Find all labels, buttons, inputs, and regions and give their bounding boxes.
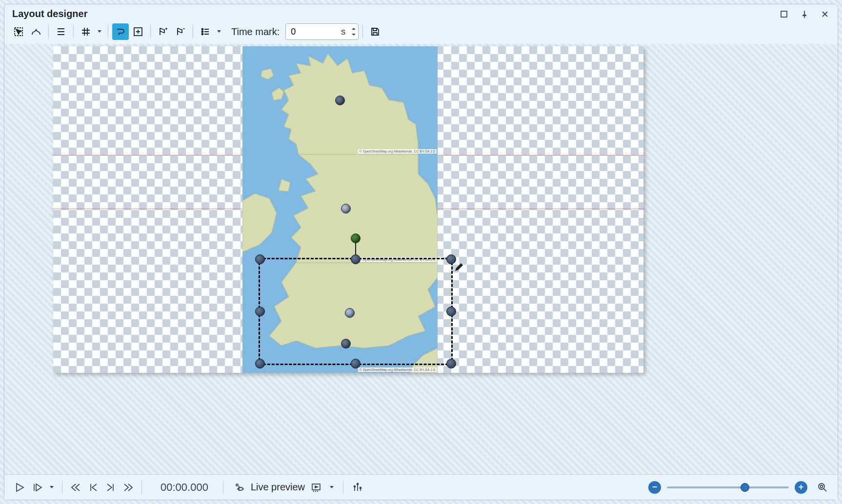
chevron-down-icon	[97, 29, 102, 35]
separator	[343, 481, 343, 494]
preview-toggle[interactable]	[232, 480, 247, 495]
grid-dropdown[interactable]	[95, 29, 104, 35]
canvas[interactable]: © OpenStreetMap.org Mitwirkende, CC BY-S…	[53, 46, 643, 373]
time-mark-spin-up[interactable]	[350, 26, 357, 32]
select-tool[interactable]	[10, 23, 27, 40]
pin-button[interactable]	[800, 9, 809, 19]
selection-rect[interactable]	[259, 258, 453, 365]
keyframe-add-tool[interactable]	[155, 23, 171, 40]
anchor-point-active[interactable]	[351, 233, 361, 243]
zoom-fit-button[interactable]	[815, 480, 830, 495]
grid-tool[interactable]	[78, 23, 94, 40]
step-fwd-icon	[105, 482, 116, 493]
map-tile[interactable]: © OpenStreetMap.org Mitwirkende, CC BY-S…	[242, 155, 438, 263]
close-icon	[821, 10, 829, 19]
edit-handle[interactable]	[454, 262, 464, 272]
list-dropdown[interactable]	[215, 29, 223, 35]
fast-fwd-button[interactable]	[121, 480, 136, 495]
time-mark-label: Time mark:	[231, 26, 280, 38]
window: Layout designer	[4, 4, 838, 500]
resize-handle-s[interactable]	[351, 359, 361, 368]
separator	[193, 25, 193, 39]
svg-point-15	[821, 485, 823, 487]
rewind-icon	[70, 482, 81, 493]
align-tool[interactable]	[53, 23, 69, 40]
anchor-point[interactable]	[341, 204, 351, 213]
preview-window-button[interactable]	[309, 480, 323, 495]
play-from-button[interactable]	[30, 480, 44, 495]
step-back-icon	[88, 482, 99, 493]
path-tool[interactable]	[112, 23, 129, 40]
separator	[362, 25, 363, 39]
keyframe-add-icon	[158, 26, 168, 37]
separator	[141, 481, 142, 494]
time-mark-unit: s	[341, 27, 348, 37]
playback-bar: 00:00.000 Live preview −	[4, 474, 838, 500]
maximize-button[interactable]	[779, 9, 789, 19]
list-tool[interactable]	[197, 23, 214, 40]
curve-icon	[31, 26, 41, 37]
svg-rect-0	[781, 11, 787, 17]
separator	[48, 25, 49, 39]
resize-handle-se[interactable]	[446, 359, 456, 368]
separator	[223, 481, 223, 494]
pencil-icon	[437, 49, 438, 59]
curve-tool[interactable]	[28, 23, 44, 40]
close-button[interactable]	[820, 9, 830, 19]
playback-time: 00:00.000	[160, 481, 208, 494]
zoom-out-button[interactable]: −	[648, 481, 661, 494]
chevron-down-icon	[351, 33, 356, 37]
resize-handle-e[interactable]	[446, 307, 456, 316]
grid-icon	[80, 26, 91, 37]
svg-point-5	[202, 34, 203, 35]
map-attribution: © OpenStreetMap.org Mitwirkende, CC BY-S…	[358, 368, 437, 372]
save-button[interactable]	[367, 23, 383, 40]
toolbar: Time mark: s	[4, 21, 838, 44]
play-from-icon	[32, 482, 42, 493]
keyframe-remove-tool[interactable]	[172, 23, 189, 40]
resize-handle-n[interactable]	[351, 254, 361, 264]
equalizer-icon	[352, 482, 363, 493]
eye-marker-icon	[234, 482, 245, 493]
resize-handle-nw[interactable]	[255, 254, 265, 264]
svg-point-12	[357, 483, 359, 485]
align-icon	[56, 26, 66, 37]
rewind-button[interactable]	[68, 480, 83, 495]
separator	[73, 25, 74, 39]
svg-point-11	[354, 485, 356, 487]
save-icon	[370, 26, 381, 37]
svg-point-14	[819, 484, 824, 489]
titlebar: Layout designer	[4, 4, 838, 21]
focus-tool[interactable]	[130, 23, 146, 40]
time-mark-input[interactable]	[290, 26, 324, 38]
preview-label: Live preview	[251, 482, 305, 493]
fast-fwd-icon	[123, 482, 134, 493]
edit-handle[interactable]	[437, 49, 438, 59]
canvas-viewport[interactable]: © OpenStreetMap.org Mitwirkende, CC BY-S…	[4, 44, 838, 474]
resize-handle-w[interactable]	[255, 307, 265, 316]
zoom-controls: − +	[648, 480, 830, 495]
window-title: Layout designer	[12, 8, 87, 19]
separator	[62, 481, 62, 494]
list-icon	[200, 26, 211, 37]
svg-point-13	[360, 487, 361, 488]
pencil-icon	[454, 262, 464, 272]
time-mark-field[interactable]: s	[285, 23, 359, 40]
zoom-in-button[interactable]: +	[795, 481, 807, 494]
zoom-slider[interactable]	[667, 486, 789, 488]
anchor-point[interactable]	[335, 96, 345, 105]
time-mark-spin-down[interactable]	[350, 32, 357, 38]
preview-group: Live preview	[232, 480, 365, 495]
keyframe-remove-icon	[175, 26, 186, 37]
equalizer-button[interactable]	[350, 480, 365, 495]
map-tile-svg	[242, 155, 438, 263]
resize-handle-sw[interactable]	[255, 359, 265, 368]
step-back-button[interactable]	[86, 480, 100, 495]
preview-dropdown[interactable]	[327, 485, 336, 490]
play-icon	[14, 482, 25, 493]
pin-icon	[800, 10, 809, 19]
app-frame: Layout designer	[0, 0, 842, 504]
play-button[interactable]	[12, 480, 27, 495]
step-fwd-button[interactable]	[103, 480, 118, 495]
play-dropdown[interactable]	[47, 485, 56, 490]
